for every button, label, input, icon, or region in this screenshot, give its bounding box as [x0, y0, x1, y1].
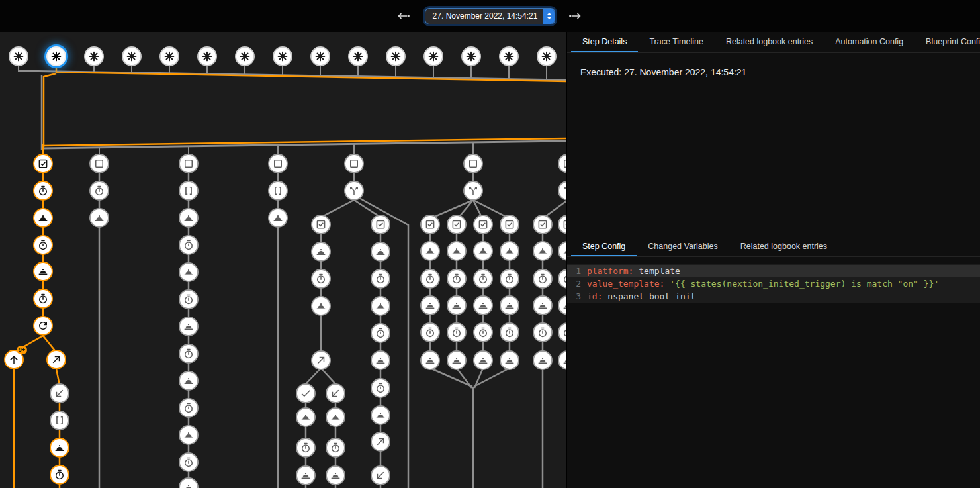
- service-node[interactable]: [33, 262, 53, 281]
- asterisk-node[interactable]: [197, 46, 217, 66]
- square-node[interactable]: [344, 154, 364, 173]
- service-node[interactable]: [371, 350, 390, 370]
- service-node[interactable]: [447, 241, 467, 261]
- brackets-node[interactable]: [50, 411, 69, 430]
- service-node[interactable]: [447, 295, 467, 315]
- service-node[interactable]: [371, 242, 390, 262]
- timer-node[interactable]: [33, 289, 53, 309]
- asterisk-node[interactable]: [310, 46, 330, 66]
- tab-changed-variables[interactable]: Changed Variables: [637, 237, 729, 256]
- asterisk-node[interactable]: [84, 46, 104, 66]
- next-run-button[interactable]: [568, 7, 585, 24]
- service-node[interactable]: [473, 295, 493, 315]
- checkbox-node[interactable]: [447, 215, 467, 234]
- service-node[interactable]: [326, 465, 345, 485]
- square-node[interactable]: [268, 154, 288, 173]
- asterisk-node[interactable]: [9, 46, 28, 66]
- brackets-node[interactable]: [268, 181, 288, 201]
- previous-run-button[interactable]: [395, 7, 412, 24]
- service-node[interactable]: [420, 241, 440, 261]
- square-node[interactable]: [463, 154, 483, 173]
- timer-node[interactable]: [371, 269, 390, 289]
- timer-node[interactable]: [50, 465, 69, 485]
- timer-node[interactable]: [473, 269, 493, 289]
- check-node[interactable]: [296, 383, 316, 403]
- service-node[interactable]: [296, 407, 316, 427]
- square-node[interactable]: [89, 154, 109, 173]
- service-node[interactable]: [89, 208, 109, 228]
- service-node[interactable]: [500, 350, 519, 370]
- asterisk-node[interactable]: [159, 46, 179, 66]
- timer-node[interactable]: [179, 398, 199, 418]
- arrow-bl-node[interactable]: [326, 383, 345, 403]
- yaml-code-editor[interactable]: 1platform: template2value_template: '{{ …: [567, 264, 980, 303]
- service-node[interactable]: [179, 425, 199, 445]
- checkbox-node[interactable]: [473, 215, 493, 234]
- service-node[interactable]: [473, 350, 493, 370]
- checkbox-node[interactable]: [33, 154, 53, 173]
- timer-node[interactable]: [420, 322, 440, 342]
- timer-node[interactable]: [326, 438, 345, 458]
- asterisk-node[interactable]: [348, 46, 368, 66]
- asterisk-node[interactable]: [122, 46, 142, 66]
- timer-node[interactable]: [33, 181, 53, 201]
- asterisk-node[interactable]: [46, 46, 66, 66]
- split-node[interactable]: [463, 181, 483, 201]
- timer-node[interactable]: [179, 289, 199, 309]
- service-node[interactable]: [326, 407, 345, 427]
- timer-node[interactable]: [447, 269, 467, 289]
- service-node[interactable]: [533, 241, 553, 261]
- repeat-node[interactable]: [33, 316, 53, 336]
- timer-node[interactable]: [33, 235, 53, 255]
- timer-node[interactable]: [533, 322, 553, 342]
- tab-trace-timeline[interactable]: Trace Timeline: [638, 32, 715, 52]
- timer-node[interactable]: [447, 322, 467, 342]
- traverse-node[interactable]: [46, 350, 66, 369]
- timer-node[interactable]: [296, 438, 316, 458]
- service-node[interactable]: [50, 438, 69, 458]
- checkbox-node[interactable]: [533, 215, 553, 234]
- arrow-bl-node[interactable]: [50, 383, 69, 403]
- tab-related-logbook-entries[interactable]: Related logbook entries: [715, 32, 824, 52]
- timer-node[interactable]: [420, 269, 440, 289]
- tab-step-details[interactable]: Step Details: [571, 32, 638, 52]
- tab-config-related-logbook-entries[interactable]: Related logbook entries: [729, 237, 838, 256]
- service-node[interactable]: [268, 208, 288, 228]
- run-selector[interactable]: 27. November 2022, 14:54:21: [425, 9, 555, 24]
- service-node[interactable]: [179, 262, 199, 282]
- asterisk-node[interactable]: [235, 46, 255, 66]
- asterisk-node[interactable]: [461, 46, 481, 66]
- brackets-node[interactable]: [179, 181, 199, 201]
- timer-node[interactable]: [371, 323, 390, 343]
- checkbox-node[interactable]: [500, 215, 519, 234]
- asterisk-node[interactable]: [537, 46, 557, 66]
- arrow-up-node[interactable]: 9+: [4, 350, 24, 369]
- timer-node[interactable]: [179, 452, 199, 472]
- timer-node[interactable]: [371, 378, 390, 398]
- service-node[interactable]: [371, 405, 390, 425]
- service-node[interactable]: [420, 350, 440, 370]
- tab-step-config[interactable]: Step Config: [571, 237, 637, 256]
- timer-node[interactable]: [311, 269, 331, 289]
- service-node[interactable]: [179, 208, 199, 228]
- service-node[interactable]: [179, 371, 199, 391]
- asterisk-node[interactable]: [423, 46, 443, 66]
- timer-node[interactable]: [179, 235, 199, 255]
- service-node[interactable]: [533, 350, 553, 370]
- timer-node[interactable]: [89, 181, 109, 201]
- service-node[interactable]: [311, 242, 331, 262]
- service-node[interactable]: [533, 295, 553, 315]
- traverse-node[interactable]: [311, 350, 331, 370]
- timer-node[interactable]: [500, 269, 519, 289]
- timer-node[interactable]: [473, 322, 493, 342]
- service-node[interactable]: [311, 296, 331, 316]
- timer-node[interactable]: [500, 322, 519, 342]
- service-node[interactable]: [179, 317, 199, 336]
- trace-graph[interactable]: 9+: [0, 32, 566, 488]
- timer-node[interactable]: [179, 344, 199, 364]
- checkbox-node[interactable]: [371, 215, 390, 234]
- service-node[interactable]: [420, 295, 440, 315]
- timer-node[interactable]: [533, 269, 553, 289]
- checkbox-node[interactable]: [420, 215, 440, 234]
- traverse-node[interactable]: [371, 432, 390, 452]
